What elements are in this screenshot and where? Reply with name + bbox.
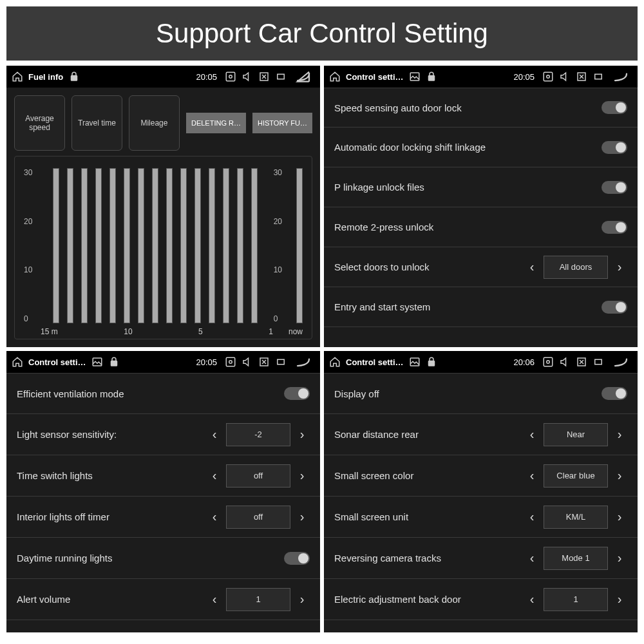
setting-label: Light sensor sensitivity: [17, 429, 207, 440]
chevron-right-icon[interactable]: › [612, 592, 627, 607]
now-bar [296, 168, 303, 323]
chevron-right-icon[interactable]: › [612, 260, 627, 274]
status-bar: Fuel info 20:05 [6, 66, 320, 88]
panel-control-1: Control setti… 20:05 Speed sensing auto … [324, 66, 638, 347]
screenshot-icon[interactable] [225, 71, 236, 82]
setting-label: Automatic door locking shift linkage [334, 142, 601, 153]
setting-row: Interior lights off timer‹off› [6, 497, 320, 538]
screenshot-icon[interactable] [542, 356, 554, 368]
history-button[interactable]: HISTORY FU… [252, 113, 312, 133]
fuel-card-mileage[interactable]: Mileage [129, 95, 180, 151]
toggle-switch[interactable] [601, 101, 627, 114]
status-bar: Control setti… 20:05 [324, 66, 638, 88]
chevron-right-icon[interactable]: › [294, 592, 310, 607]
panel-control-3: Control setti… 20:06 Display offSonar di… [324, 351, 638, 632]
screenshot-icon[interactable] [542, 71, 554, 82]
svg-rect-0 [71, 76, 77, 81]
clock: 20:05 [196, 72, 217, 82]
image-icon [409, 71, 421, 82]
value-box[interactable]: off [226, 506, 290, 529]
back-icon[interactable] [292, 71, 315, 82]
svg-rect-22 [595, 359, 602, 365]
chevron-right-icon[interactable]: › [612, 427, 627, 442]
setting-row: Small screen color‹Clear blue› [324, 455, 638, 497]
setting-label: Display off [334, 388, 601, 399]
toggle-switch[interactable] [601, 141, 627, 154]
setting-label: Select doors to unlock [334, 261, 524, 272]
mute-icon[interactable] [559, 356, 571, 368]
chevron-left-icon[interactable]: ‹ [524, 427, 540, 442]
svg-point-14 [229, 361, 232, 364]
toggle-switch[interactable] [284, 387, 310, 400]
deleting-button[interactable]: DELETING R… [186, 113, 246, 133]
recent-icon[interactable] [275, 71, 287, 82]
setting-row: Select doors to unlock‹All doors› [324, 247, 638, 287]
recent-icon[interactable] [275, 356, 287, 368]
close-app-icon[interactable] [258, 71, 270, 82]
chevron-right-icon[interactable]: › [294, 427, 310, 442]
toggle-switch[interactable] [601, 301, 627, 314]
value-box[interactable]: All doors [544, 256, 608, 279]
value-stepper: ‹off› [207, 506, 310, 529]
fuel-card-travel-time[interactable]: Travel time [71, 95, 122, 151]
value-box[interactable]: Near [544, 423, 608, 446]
toggle-switch[interactable] [601, 387, 627, 400]
value-box[interactable]: off [226, 464, 290, 488]
chevron-left-icon[interactable]: ‹ [207, 427, 222, 442]
clock: 20:05 [196, 357, 217, 367]
chevron-right-icon[interactable]: › [612, 551, 627, 565]
x-axis: 15 m 10 5 1 [41, 327, 273, 336]
chevron-left-icon[interactable]: ‹ [207, 509, 222, 524]
chevron-left-icon[interactable]: ‹ [524, 509, 540, 524]
chevron-left-icon[interactable]: ‹ [524, 468, 540, 483]
back-icon[interactable] [609, 356, 632, 368]
value-box[interactable]: -2 [226, 423, 290, 446]
home-icon[interactable] [329, 71, 341, 82]
chevron-right-icon[interactable]: › [612, 509, 627, 524]
chevron-left-icon[interactable]: ‹ [524, 592, 540, 607]
recent-icon[interactable] [592, 356, 604, 368]
close-app-icon[interactable] [258, 356, 270, 368]
mute-icon[interactable] [559, 71, 571, 82]
close-app-icon[interactable] [576, 71, 587, 82]
now-label: now [289, 327, 303, 336]
chevron-right-icon[interactable]: › [612, 468, 627, 483]
recent-icon[interactable] [592, 71, 604, 82]
svg-rect-10 [595, 74, 602, 79]
chevron-left-icon[interactable]: ‹ [207, 468, 222, 483]
value-box[interactable]: 1 [226, 588, 290, 611]
screenshot-icon[interactable] [225, 356, 236, 368]
chevron-left-icon[interactable]: ‹ [524, 551, 540, 565]
chevron-left-icon[interactable]: ‹ [524, 260, 540, 274]
chevron-right-icon[interactable]: › [294, 509, 310, 524]
mute-icon[interactable] [242, 356, 253, 368]
lock-icon [108, 356, 120, 368]
back-icon[interactable] [292, 356, 315, 368]
page-banner: Support Car Control Setting [6, 6, 638, 61]
toggle-switch[interactable] [601, 181, 627, 194]
toggle-switch[interactable] [284, 552, 310, 565]
setting-row: Remote 2-press unlock [324, 207, 638, 247]
home-icon[interactable] [12, 71, 23, 82]
fuel-card-avg-speed[interactable]: Average speed [14, 95, 65, 151]
home-icon[interactable] [12, 356, 23, 368]
value-box[interactable]: Mode 1 [544, 547, 608, 570]
mute-icon[interactable] [242, 71, 253, 82]
value-box[interactable]: KM/L [544, 506, 608, 529]
svg-rect-16 [278, 359, 285, 365]
value-stepper: ‹1› [524, 588, 627, 611]
value-box[interactable]: Clear blue [544, 464, 608, 488]
home-icon[interactable] [329, 356, 341, 368]
svg-rect-19 [544, 357, 553, 366]
panel-title: Control setti… [346, 357, 404, 367]
close-app-icon[interactable] [576, 356, 587, 368]
lock-icon [426, 356, 437, 368]
back-icon[interactable] [609, 71, 632, 82]
chevron-right-icon[interactable]: › [294, 468, 310, 483]
value-box[interactable]: 1 [544, 588, 608, 611]
setting-label: P linkage unlock files [334, 182, 601, 193]
lock-icon [68, 71, 80, 82]
chevron-left-icon[interactable]: ‹ [207, 592, 222, 607]
value-stepper: ‹Mode 1› [524, 547, 627, 570]
toggle-switch[interactable] [601, 221, 627, 234]
